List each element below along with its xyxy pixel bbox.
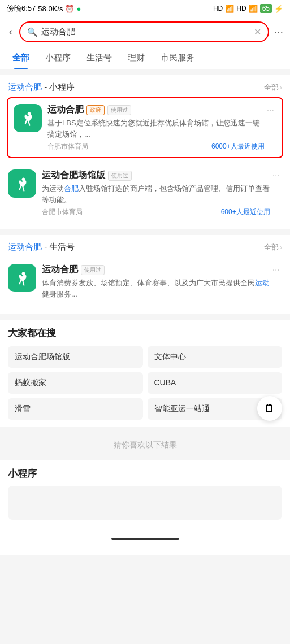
life-desc-1: 体育消费券发放、场馆预定、体育赛事、以及为广大市民提供全民运动健身服务... [42,277,270,299]
miniapp-section-title: 运动合肥 - 小程序 [8,82,75,93]
search-container: ‹ 🔍 运动合肥 ✕ ··· [0,17,290,47]
miniapp-all-link[interactable]: 全部 › [264,82,282,93]
app-publisher-2: 合肥市体育局 [42,207,83,217]
app-name-1: 运动合肥 [47,104,84,116]
life-section: 运动合肥 - 生活号 全部 › 运动合肥 使用过 体育消费券发放、场馆预定、体育… [0,235,290,314]
signal-icon2: 📶 [249,5,258,13]
back-button[interactable]: ‹ [7,26,15,38]
chevron-right-icon: › [280,83,282,92]
popular-grid: 运动合肥场馆版 文体中心 蚂蚁搬家 CUBA 滑雪 智能亚运一站通 [8,346,282,420]
life-all-link[interactable]: 全部 › [264,242,282,253]
miniprograms-title: 小程序 [8,467,282,480]
blue-text-2: 合肥 [64,184,79,193]
title-highlight: 运动合肥 [8,82,42,92]
life-title-suffix: 生活号 [49,242,75,251]
time-label: 傍晚6:57 [7,3,36,14]
life-chevron-right-icon: › [280,243,282,251]
battery-icon: 65 [260,4,272,13]
miniapp-section-header: 运动合肥 - 小程序 全部 › [8,82,282,93]
edit-icon: 🗒 [265,403,275,415]
signal-label2: HD [236,5,246,12]
life-section-header: 运动合肥 - 生活号 全部 › [8,242,282,253]
all-label: 全部 [264,82,279,93]
status-bar: 傍晚6:57 58.0K/s ⏰ ● HD 📶 HD 📶 65 ⚡ [0,0,290,17]
status-left: 傍晚6:57 58.0K/s ⏰ ● [7,3,81,14]
life-name-row-1: 运动合肥 使用过 [42,264,270,276]
app-name-row-1: 运动合肥 政府 使用过 [47,104,265,116]
life-more-1[interactable]: ··· [270,265,282,275]
search-icon: 🔍 [27,27,38,37]
tab-lifenumber[interactable]: 生活号 [79,47,120,69]
app-footer-2: 合肥市体育局 600+人最近使用 [42,207,270,217]
more-button[interactable]: ··· [274,25,283,38]
title-suffix: 小程序 [49,82,75,92]
life-icon-1 [8,264,36,292]
app-footer-1: 合肥市体育局 6000+人最近使用 [47,142,265,151]
tab-miniapp[interactable]: 小程序 [37,47,79,69]
tab-service[interactable]: 市民服务 [153,47,202,69]
life-name-1: 运动合肥 [42,264,78,276]
badge-used-2: 使用过 [108,171,132,181]
life-all-label: 全部 [264,242,279,253]
search-box[interactable]: 🔍 运动合肥 ✕ [19,21,269,42]
app-usage-2: 600+人最近使用 [221,207,270,217]
signal-icon: 📶 [225,5,234,13]
app-name-row-2: 运动合肥场馆版 使用过 [42,169,270,181]
app-info-1: 运动合肥 政府 使用过 基于LBS定位系统快速为您就近推荐优质体育场馆，让您迅速… [47,104,265,151]
app-icon-1 [14,104,42,132]
float-edit-button[interactable]: 🗒 [257,396,282,421]
guess-section: 猜你喜欢以下结果 [0,432,290,460]
app-desc-2: 为运动合肥入驻场馆打造的商户端，包含场馆产品管理、信用订单查看等功能。 [42,183,270,205]
badge-used-1: 使用过 [107,105,131,115]
life-title-highlight: 运动合肥 [8,242,42,251]
app-more-2[interactable]: ··· [270,171,282,181]
popular-item-4[interactable]: CUBA [148,372,283,394]
badge-gov-1: 政府 [86,105,105,115]
app-more-1[interactable]: ··· [265,105,276,115]
app-publisher-1: 合肥市体育局 [47,142,88,151]
wechat-icon: ● [76,5,81,13]
charging-icon: ⚡ [274,5,283,13]
app-card-2[interactable]: 运动合肥场馆版 使用过 为运动合肥入驻场馆打造的商户端，包含场馆产品管理、信用订… [8,163,282,223]
life-card-1[interactable]: 运动合肥 使用过 体育消费券发放、场馆预定、体育赛事、以及为广大市民提供全民运动… [8,258,282,307]
popular-item-1[interactable]: 运动合肥场馆版 [8,346,143,368]
popular-title: 大家都在搜 [8,327,282,340]
search-clear-button[interactable]: ✕ [254,27,261,37]
app-usage-1: 6000+人最近使用 [211,142,265,151]
alarm-icon: ⏰ [65,5,74,13]
signal-label: HD [213,5,223,12]
status-right: HD 📶 HD 📶 65 ⚡ [213,4,283,13]
popular-item-5[interactable]: 滑雪 [8,398,143,420]
tab-finance[interactable]: 理财 [120,47,153,69]
tabs-bar: 全部 小程序 生活号 理财 市民服务 [0,47,290,69]
search-query-text: 运动合肥 [41,27,250,37]
speed-label: 58.0K/s [38,5,63,13]
popular-section: 大家都在搜 运动合肥场馆版 文体中心 蚂蚁搬家 CUBA 滑雪 智能亚运一站通 [0,320,290,427]
life-info-1: 运动合肥 使用过 体育消费券发放、场馆预定、体育赛事、以及为广大市民提供全民运动… [42,264,270,302]
home-indicator [111,538,179,540]
app-card-1[interactable]: 运动合肥 政府 使用过 基于LBS定位系统快速为您就近推荐优质体育场馆，让您迅速… [7,97,283,158]
life-title-separator: - [42,242,49,251]
guess-title: 猜你喜欢以下结果 [8,440,282,450]
popular-item-2[interactable]: 文体中心 [148,346,283,368]
miniapp-section: 运动合肥 - 小程序 全部 › 运动合肥 政府 使用过 基于LBS定位系统快速为… [0,75,290,229]
life-blue-text-1: 运动 [255,279,270,287]
title-separator: - [42,82,49,92]
app-info-2: 运动合肥场馆版 使用过 为运动合肥入驻场馆打造的商户端，包含场馆产品管理、信用订… [42,169,270,217]
app-icon-2 [8,169,36,198]
life-badge-used-1: 使用过 [81,265,105,275]
popular-item-3[interactable]: 蚂蚁搬家 [8,372,143,394]
miniprograms-placeholder [8,486,282,520]
app-name-2: 运动合肥场馆版 [42,169,105,181]
app-desc-1: 基于LBS定位系统快速为您就近推荐优质体育场馆，让您迅速一键搞定场馆，... [47,118,265,140]
miniprograms-section: 小程序 [0,460,290,526]
tab-all[interactable]: 全部 [5,47,37,69]
life-section-title: 运动合肥 - 生活号 [8,242,75,253]
